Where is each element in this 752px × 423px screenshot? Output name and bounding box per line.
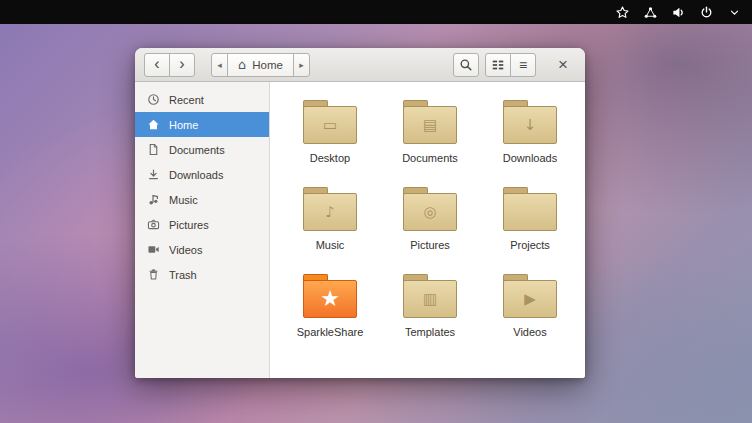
network-hub-icon[interactable] <box>643 5 658 20</box>
sidebar-item-label: Videos <box>169 244 202 256</box>
home-icon <box>146 118 160 132</box>
file-item-videos[interactable]: ▶ Videos <box>480 272 580 359</box>
template-emblem-icon: ▥ <box>423 292 437 307</box>
sidebar-item-label: Trash <box>169 269 197 281</box>
music-emblem-icon: ♪ <box>325 205 335 220</box>
star-emblem-icon: ★ <box>320 288 340 310</box>
chevron-down-icon[interactable] <box>727 5 742 20</box>
folder-icon-orange: ★ <box>303 280 357 318</box>
file-item-templates[interactable]: ▥ Templates <box>380 272 480 359</box>
file-grid: ▭ Desktop ▤ Documents ↓ Downloads ♪ Musi… <box>270 82 585 359</box>
file-label: Pictures <box>410 239 450 251</box>
folder-icon: ◎ <box>403 193 457 231</box>
path-home-label: Home <box>252 59 283 71</box>
sidebar-item-downloads[interactable]: Downloads <box>135 162 269 187</box>
sidebar-item-videos[interactable]: Videos <box>135 237 269 262</box>
files-window: ‹ › ◂ ⌂ Home ▸ ≡ × <box>135 48 585 378</box>
desktop-emblem-icon: ▭ <box>323 118 337 133</box>
window-body: Recent Home Documents Downloads <box>135 82 585 378</box>
music-note-icon <box>146 193 160 207</box>
file-item-sparkleshare[interactable]: ★ SparkleShare <box>280 272 380 359</box>
video-icon <box>146 243 160 257</box>
file-item-desktop[interactable]: ▭ Desktop <box>280 98 380 185</box>
file-label: Templates <box>405 326 455 338</box>
sidebar-item-label: Music <box>169 194 198 206</box>
camera-icon <box>146 218 160 232</box>
back-button[interactable]: ‹ <box>144 53 170 77</box>
file-label: Projects <box>510 239 550 251</box>
header-bar: ‹ › ◂ ⌂ Home ▸ ≡ × <box>135 48 585 82</box>
list-view-icon <box>491 58 505 72</box>
sidebar-item-trash[interactable]: Trash <box>135 262 269 287</box>
sidebar: Recent Home Documents Downloads <box>135 82 270 378</box>
folder-icon: ▶ <box>503 280 557 318</box>
file-label: Music <box>316 239 345 251</box>
close-button[interactable]: × <box>550 52 576 78</box>
path-bar: ◂ ⌂ Home ▸ <box>211 53 310 77</box>
view-menu-group: ≡ <box>485 53 536 77</box>
sidebar-item-music[interactable]: Music <box>135 187 269 212</box>
home-icon: ⌂ <box>238 57 246 72</box>
sidebar-item-recent[interactable]: Recent <box>135 87 269 112</box>
favorites-star-icon[interactable] <box>615 5 630 20</box>
path-scroll-left-button[interactable]: ◂ <box>211 53 228 77</box>
folder-icon: ↓ <box>503 106 557 144</box>
clock-icon <box>146 93 160 107</box>
sidebar-item-documents[interactable]: Documents <box>135 137 269 162</box>
file-item-pictures[interactable]: ◎ Pictures <box>380 185 480 272</box>
search-button[interactable] <box>453 53 479 77</box>
file-label: Videos <box>513 326 546 338</box>
volume-icon[interactable] <box>671 5 686 20</box>
path-scroll-right-button[interactable]: ▸ <box>293 53 310 77</box>
sidebar-item-label: Pictures <box>169 219 209 231</box>
hamburger-menu-button[interactable]: ≡ <box>510 53 536 77</box>
nav-buttons: ‹ › <box>144 53 195 77</box>
file-item-documents[interactable]: ▤ Documents <box>380 98 480 185</box>
file-label: SparkleShare <box>297 326 364 338</box>
sidebar-item-home[interactable]: Home <box>135 112 269 137</box>
path-home-button[interactable]: ⌂ Home <box>227 53 294 77</box>
power-icon[interactable] <box>699 5 714 20</box>
file-view: ▭ Desktop ▤ Documents ↓ Downloads ♪ Musi… <box>270 82 585 378</box>
file-label: Downloads <box>503 152 557 164</box>
sidebar-item-label: Home <box>169 119 198 131</box>
top-bar <box>0 0 752 24</box>
folder-icon: ▤ <box>403 106 457 144</box>
folder-icon: ▥ <box>403 280 457 318</box>
search-icon <box>459 58 473 72</box>
sidebar-item-label: Documents <box>169 144 225 156</box>
view-toggle-button[interactable] <box>485 53 511 77</box>
folder-icon: ▭ <box>303 106 357 144</box>
video-emblem-icon: ▶ <box>524 292 536 307</box>
document-icon <box>146 143 160 157</box>
folder-icon <box>503 193 557 231</box>
folder-icon: ♪ <box>303 193 357 231</box>
download-icon <box>146 168 160 182</box>
file-item-downloads[interactable]: ↓ Downloads <box>480 98 580 185</box>
download-emblem-icon: ↓ <box>524 118 537 133</box>
sidebar-item-label: Downloads <box>169 169 223 181</box>
trash-icon <box>146 268 160 282</box>
forward-button[interactable]: › <box>169 53 195 77</box>
camera-emblem-icon: ◎ <box>423 205 436 220</box>
file-label: Desktop <box>310 152 350 164</box>
file-label: Documents <box>402 152 458 164</box>
sidebar-item-pictures[interactable]: Pictures <box>135 212 269 237</box>
sidebar-item-label: Recent <box>169 94 204 106</box>
file-item-music[interactable]: ♪ Music <box>280 185 380 272</box>
document-emblem-icon: ▤ <box>423 118 437 133</box>
file-item-projects[interactable]: Projects <box>480 185 580 272</box>
